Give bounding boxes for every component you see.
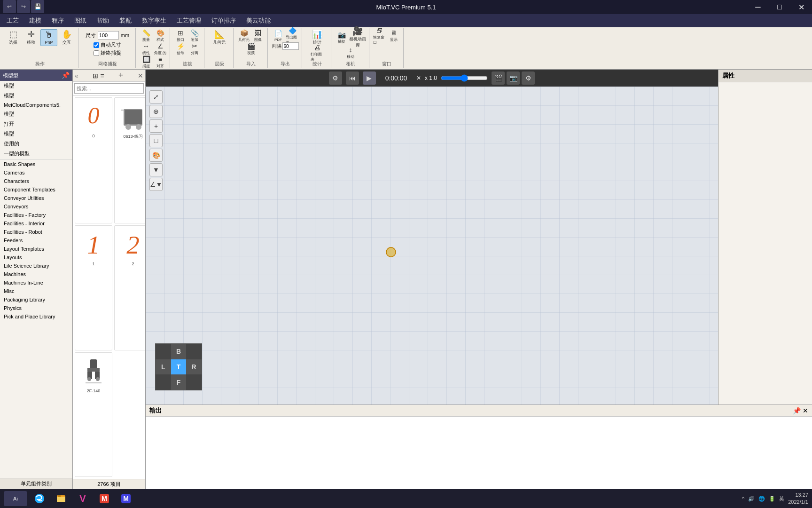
pdf-button[interactable]: 📄PDF — [272, 29, 285, 42]
sidebar-item-facilities-factory[interactable]: Facilities - Factory — [0, 211, 72, 219]
redo-button[interactable]: ↪ — [17, 0, 30, 13]
audio-button[interactable]: 📷 — [507, 71, 520, 85]
sidebar-item-model1[interactable]: 模型 — [0, 81, 72, 91]
nc-center[interactable]: T — [171, 359, 187, 375]
model-item-0[interactable]: 0 0 — [75, 97, 112, 223]
expand-tool-button[interactable]: ⤢ — [149, 90, 163, 103]
style-button[interactable]: 🎨样式 — [154, 29, 167, 42]
select-tool-button[interactable]: ⬚ 选择 — [5, 29, 22, 46]
interface-button[interactable]: ⊞接口 — [174, 29, 187, 42]
play-button[interactable]: ▶ — [363, 71, 376, 85]
sidebar-item-life-science[interactable]: Life Science Library — [0, 262, 72, 270]
menu-drawing[interactable]: 图纸 — [70, 16, 91, 26]
add-tool-button[interactable]: + — [149, 119, 163, 133]
save-button[interactable]: 💾 — [31, 0, 44, 13]
menu-program[interactable]: 程序 — [47, 16, 69, 26]
undo-button[interactable]: ↩ — [3, 0, 16, 13]
menu-assembly[interactable]: 装配 — [115, 16, 136, 26]
model-item-2[interactable]: 2 2 — [114, 225, 145, 350]
angle-button[interactable]: ∠角度 的 — [154, 42, 167, 56]
maximize-button[interactable]: □ — [769, 0, 790, 14]
sidebar-item-open[interactable]: 打开 — [0, 119, 72, 129]
model-item-1[interactable]: 1 1 — [75, 225, 112, 350]
sidebar-item-machines[interactable]: Machines — [0, 270, 72, 278]
menu-digital-twin[interactable]: 数字孪生 — [137, 16, 171, 26]
sidebar-item-layout-templates[interactable]: Layout Templates — [0, 245, 72, 253]
menu-process-mgmt[interactable]: 工艺管理 — [172, 16, 206, 26]
sidebar-item-machines-inline[interactable]: Machines In-Line — [0, 278, 72, 287]
collapse-button[interactable]: « — [75, 72, 78, 79]
sidebar-item-packaging[interactable]: Packaging Library — [0, 295, 72, 304]
taskbar-app-v[interactable]: V — [73, 490, 92, 507]
sidebar-item-cameras[interactable]: Cameras — [0, 168, 72, 177]
sidebar-item-model4[interactable]: 模型 — [0, 129, 72, 139]
menu-beauty[interactable]: 美云功能 — [242, 16, 275, 26]
sidebar-item-facilities-interior[interactable]: Facilities - Interior — [0, 219, 72, 228]
rewind-button[interactable]: ⏮ — [346, 71, 359, 85]
pnp-tool-button[interactable]: 🖱 PnP — [40, 29, 57, 46]
list-view-button[interactable]: ≡ — [100, 72, 104, 79]
menu-build[interactable]: 建模 — [24, 16, 46, 26]
sys-arrow-icon[interactable]: ^ — [742, 496, 744, 501]
canvas-settings-button[interactable]: ⚙ — [329, 71, 342, 85]
sidebar-item-typed[interactable]: 一型的模型 — [0, 149, 72, 159]
color-tool-button[interactable]: 🎨 — [149, 149, 163, 162]
minimize-button[interactable]: ─ — [747, 0, 769, 14]
nc-bottom[interactable]: F — [171, 374, 187, 390]
auto-size-checkbox[interactable]: 自动尺寸 — [94, 41, 121, 48]
model-search-input[interactable] — [74, 83, 144, 94]
taskbar-app-m1[interactable]: M — [95, 490, 114, 507]
model-item-2f140[interactable]: 2F-140 — [75, 352, 112, 477]
sidebar-item-component-templates[interactable]: Component Templates — [0, 185, 72, 194]
timeline-slider[interactable] — [441, 74, 488, 82]
snap-button[interactable]: 🔲捕捉 — [140, 56, 153, 69]
settings2-button[interactable]: ⚙ — [522, 71, 535, 85]
capture-button[interactable]: 📷捕捉 — [335, 31, 348, 44]
view-tool-button[interactable]: ▼ — [149, 163, 163, 176]
taskbar-app-explorer[interactable] — [52, 490, 70, 507]
sys-battery-icon[interactable]: 🔋 — [769, 496, 775, 502]
taskbar-app-edge[interactable] — [30, 490, 49, 507]
sidebar-item-conveyors[interactable]: Conveyors — [0, 202, 72, 211]
sidebar-item-model3[interactable]: 模型 — [0, 109, 72, 119]
sidebar-item-layouts[interactable]: Layouts — [0, 253, 72, 262]
canvas-main[interactable]: ⤢ ⊕ + □ 🎨 ▼ ∠▼ — [146, 87, 718, 405]
sidebar-item-feeders[interactable]: Feeders — [0, 236, 72, 245]
center-tool-button[interactable]: ⊕ — [149, 105, 163, 118]
angle-tool-button[interactable]: ∠▼ — [149, 178, 163, 191]
import-image-button[interactable]: 🖼图像 — [251, 29, 265, 42]
geometry-button[interactable]: 📐几何元 — [211, 29, 228, 46]
sidebar-item-model2[interactable]: 模型 — [0, 91, 72, 101]
camera-move-button[interactable]: ↕移动 — [344, 46, 357, 59]
sys-lang-label[interactable]: 英 — [779, 495, 784, 502]
sidebar-item-conveyor-utilities[interactable]: Conveyor Utilities — [0, 194, 72, 202]
film-button[interactable]: 🎬 — [492, 71, 505, 85]
display-button[interactable]: 🖥显示 — [387, 29, 400, 42]
sidebar-item-characters[interactable]: Characters — [0, 177, 72, 185]
grid-view-button[interactable]: ⊞ — [93, 72, 98, 79]
sidebar-item-pick-and-place[interactable]: Pick and Place Library — [0, 312, 72, 321]
sidebar-item-cloud[interactable]: MeiCloudCompoments5. — [0, 101, 72, 109]
align-button[interactable]: ≡对齐 — [154, 56, 167, 69]
import-geo-button[interactable]: 📦几何元 — [237, 29, 250, 42]
menu-help[interactable]: 帮助 — [92, 16, 114, 26]
sidebar-item-physics[interactable]: Physics — [0, 304, 72, 312]
always-snap-checkbox[interactable]: 始终捕捉 — [94, 49, 121, 56]
model-item-0613[interactable]: 0613-练习 — [114, 97, 145, 223]
separate-button[interactable]: ✂分离 — [188, 42, 201, 56]
add-item-button[interactable]: + — [118, 71, 124, 80]
restore-window-button[interactable]: 🗗恢复窗口 — [373, 29, 386, 42]
dimension-input[interactable] — [98, 31, 119, 40]
signal-button[interactable]: ⚡信号 — [174, 42, 187, 56]
output-close-button[interactable]: ✕ — [803, 407, 808, 414]
sidebar-item-facilities-robot[interactable]: Facilities - Robot — [0, 228, 72, 236]
linear-button[interactable]: ↔线性 — [140, 42, 153, 56]
interact-tool-button[interactable]: ✋ 交互 — [58, 29, 75, 46]
sys-network-icon[interactable]: 🌐 — [758, 496, 765, 502]
start-button[interactable]: Ai — [4, 491, 27, 506]
taskbar-app-m2[interactable]: M — [117, 490, 135, 507]
nc-left[interactable]: L — [156, 359, 171, 375]
close-panel-button[interactable]: ✕ — [138, 72, 143, 79]
sidebar-item-misc[interactable]: Misc — [0, 287, 72, 295]
move-tool-button[interactable]: ✛ 移动 — [23, 29, 39, 46]
